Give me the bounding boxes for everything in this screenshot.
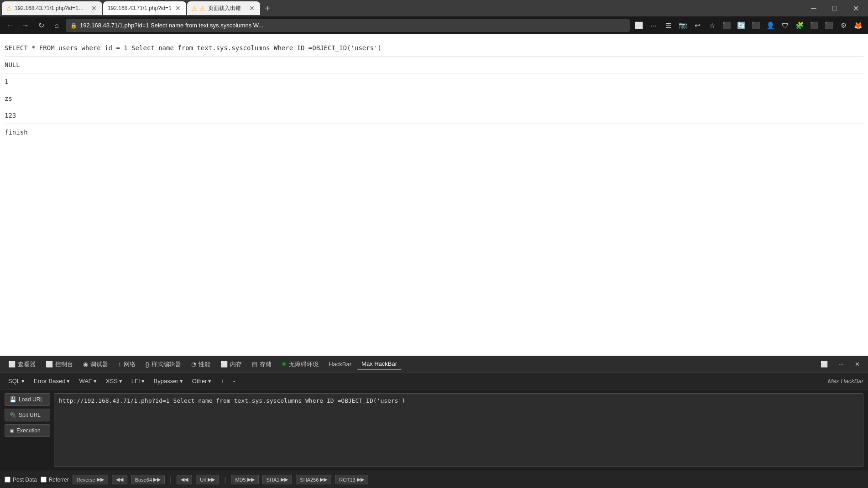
tab-3-close[interactable]: ✕ bbox=[248, 5, 256, 12]
dev-toolbar-right: ⬜ ··· ✕ bbox=[816, 359, 864, 369]
tab-3-title: 页面载入出错 bbox=[208, 5, 246, 12]
sha256-label: SHA256 bbox=[300, 477, 319, 483]
sha1-label: SHA1 bbox=[267, 477, 280, 483]
reverse-encode-btn[interactable]: Reverse ▶▶ bbox=[73, 475, 108, 484]
console-icon: ⬜ bbox=[46, 361, 53, 368]
devtool-network[interactable]: ↕ 网络 bbox=[114, 358, 140, 370]
performance-icon: ◔ bbox=[191, 361, 196, 368]
account-icon[interactable]: 👤 bbox=[764, 19, 777, 32]
addon-icon2[interactable]: ⬛ bbox=[822, 19, 835, 32]
page-line-5: 123 bbox=[5, 107, 863, 124]
close-button[interactable]: ✕ bbox=[845, 0, 866, 16]
devtool-memory[interactable]: ⬜ 内存 bbox=[216, 358, 246, 370]
rot13-btn[interactable]: ROT13 ▶▶ bbox=[335, 475, 368, 484]
sha1-arrow: ▶▶ bbox=[281, 477, 288, 483]
execution-button[interactable]: ◉ Execution bbox=[5, 424, 50, 437]
screenshot-icon[interactable]: 📷 bbox=[676, 19, 689, 32]
spit-url-icon: 🔌 bbox=[10, 412, 16, 418]
hackbar-menu: SQL ▾ Error Based ▾ WAF ▾ XSS ▾ LFI ▾ By… bbox=[0, 373, 868, 389]
post-data-check[interactable] bbox=[5, 477, 10, 483]
hackbar-title: Max HackBar bbox=[828, 378, 863, 384]
back-history[interactable]: ↩ bbox=[691, 19, 704, 32]
back-button[interactable]: ← bbox=[4, 19, 16, 32]
shield-icon[interactable]: 🛡 bbox=[779, 19, 791, 32]
puzzle-icon[interactable]: 🧩 bbox=[793, 19, 806, 32]
base64-arrow: ▶▶ bbox=[153, 477, 161, 483]
page-line-6: finish bbox=[5, 124, 863, 140]
page-line-2: NULL bbox=[5, 57, 863, 73]
more-button[interactable]: ··· bbox=[647, 19, 660, 32]
menu-bypasser[interactable]: Bypasser ▾ bbox=[150, 376, 187, 386]
base64-label: Base64 bbox=[135, 477, 152, 483]
storage-icon: ▤ bbox=[252, 361, 257, 368]
devtool-console[interactable]: ⬜ 控制台 bbox=[41, 358, 78, 370]
menu-minus[interactable]: - bbox=[230, 376, 239, 386]
reader-icon[interactable]: ☰ bbox=[662, 19, 675, 32]
forward-button[interactable]: → bbox=[19, 19, 32, 32]
page-line-4: zs bbox=[5, 90, 863, 107]
tab-1-title: 192.168.43.71/1.php?id=1%... bbox=[15, 5, 88, 11]
menu-sql[interactable]: SQL ▾ bbox=[5, 376, 28, 386]
devtools-close[interactable]: ✕ bbox=[850, 359, 864, 369]
menu-waf[interactable]: WAF ▾ bbox=[75, 376, 100, 386]
hackbar-url-input[interactable] bbox=[54, 393, 863, 467]
devtool-storage[interactable]: ▤ 存储 bbox=[247, 358, 276, 370]
spit-url-button[interactable]: 🔌 Spit URL bbox=[5, 409, 50, 421]
menu-lfi[interactable]: LFI ▾ bbox=[128, 376, 148, 386]
menu-xss[interactable]: XSS ▾ bbox=[102, 376, 126, 386]
sha256-btn[interactable]: SHA256 ▶▶ bbox=[296, 475, 331, 484]
base64-decode-btn[interactable]: ◀◀ bbox=[177, 475, 192, 484]
maximize-button[interactable]: □ bbox=[824, 0, 845, 16]
base64-back-arrow: ◀◀ bbox=[181, 477, 188, 483]
menu-plus[interactable]: + bbox=[217, 376, 228, 386]
md5-btn[interactable]: MD5 ▶▶ bbox=[231, 475, 258, 484]
devtools-undock[interactable]: ⬜ bbox=[816, 359, 832, 369]
base64-encode-btn[interactable]: Base64 ▶▶ bbox=[131, 475, 165, 484]
reverse-decode-btn[interactable]: ◀◀ bbox=[112, 475, 127, 484]
md5-arrow: ▶▶ bbox=[247, 477, 255, 483]
url-text: 192.168.43.71/1.php?id=1 Select name fro… bbox=[80, 22, 625, 29]
page-content: SELECT * FROM users where id = 1 Select … bbox=[0, 34, 868, 356]
sync-icon[interactable]: 🔄 bbox=[735, 19, 748, 32]
menu-other[interactable]: Other ▾ bbox=[188, 376, 215, 386]
library-icon[interactable]: ⬛ bbox=[720, 19, 733, 32]
url-container[interactable]: 🔒 192.168.43.71/1.php?id=1 Select name f… bbox=[66, 19, 630, 32]
identity-icon[interactable]: ⬛ bbox=[749, 19, 762, 32]
url-encode-btn[interactable]: Url ▶▶ bbox=[196, 475, 219, 484]
tab-1-close[interactable]: ✕ bbox=[90, 5, 98, 12]
tab-3[interactable]: ⚠ 页面载入出错 ✕ bbox=[187, 1, 260, 15]
referrer-checkbox[interactable]: Referrer bbox=[41, 477, 69, 483]
new-tab-button[interactable]: + bbox=[261, 2, 274, 15]
devtool-debugger[interactable]: ◉ 调试器 bbox=[78, 358, 113, 370]
referrer-check[interactable] bbox=[41, 477, 47, 483]
containers-icon[interactable]: ⬜ bbox=[633, 19, 645, 32]
devtool-accessibility[interactable]: ✚ 无障碍环境 bbox=[277, 358, 323, 370]
devtool-performance[interactable]: ◔ 性能 bbox=[187, 358, 215, 370]
post-data-checkbox[interactable]: Post Data bbox=[5, 477, 37, 483]
home-button[interactable]: ⌂ bbox=[50, 19, 63, 32]
tab-2[interactable]: 192.168.43.71/1.php?id=1 ✕ bbox=[103, 1, 186, 15]
browser-toolbar-icons: ⬜ ··· ☰ 📷 ↩ ☆ ⬛ 🔄 ⬛ 👤 🛡 🧩 ⬛ ⬛ ⚙ 🦊 bbox=[633, 19, 864, 32]
load-url-button[interactable]: 💾 Load URL bbox=[5, 393, 50, 406]
page-line-1: SELECT * FROM users where id = 1 Select … bbox=[5, 40, 863, 57]
menu-error-based[interactable]: Error Based ▾ bbox=[30, 376, 73, 386]
tab-2-close[interactable]: ✕ bbox=[174, 5, 182, 12]
sha1-btn[interactable]: SHA1 ▶▶ bbox=[262, 475, 293, 484]
tab-max-hackbar[interactable]: Max HackBar bbox=[357, 358, 402, 370]
network-icon: ↕ bbox=[118, 361, 121, 368]
tab-hackbar[interactable]: HackBar bbox=[324, 359, 356, 369]
execution-icon: ◉ bbox=[10, 427, 14, 434]
bookmark-icon[interactable]: ☆ bbox=[706, 19, 718, 32]
settings-icon[interactable]: ⚙ bbox=[837, 19, 850, 32]
devtool-style[interactable]: {} 样式编辑器 bbox=[141, 358, 186, 370]
load-url-icon: 💾 bbox=[10, 396, 16, 403]
firefox-icon[interactable]: 🦊 bbox=[852, 19, 864, 32]
reload-button[interactable]: ↻ bbox=[35, 19, 47, 32]
minimize-button[interactable]: ─ bbox=[803, 0, 824, 16]
tab-1[interactable]: 192.168.43.71/1.php?id=1%... ✕ bbox=[2, 1, 102, 15]
dev-toolbar: ⬜ 查看器 ⬜ 控制台 ◉ 调试器 ↕ 网络 {} 样式编辑器 ◔ 性能 ⬜ 内… bbox=[0, 356, 868, 373]
window-controls: ─ □ ✕ bbox=[803, 0, 866, 16]
devtool-inspector[interactable]: ⬜ 查看器 bbox=[4, 358, 40, 370]
devtools-more[interactable]: ··· bbox=[834, 359, 848, 369]
addon-icon1[interactable]: ⬛ bbox=[808, 19, 821, 32]
